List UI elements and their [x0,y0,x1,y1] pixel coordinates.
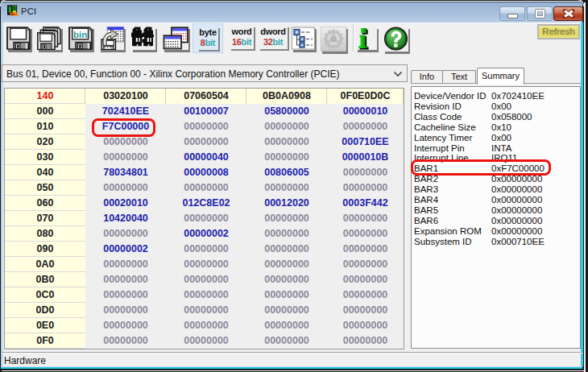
svg-text:bin: bin [73,30,87,39]
